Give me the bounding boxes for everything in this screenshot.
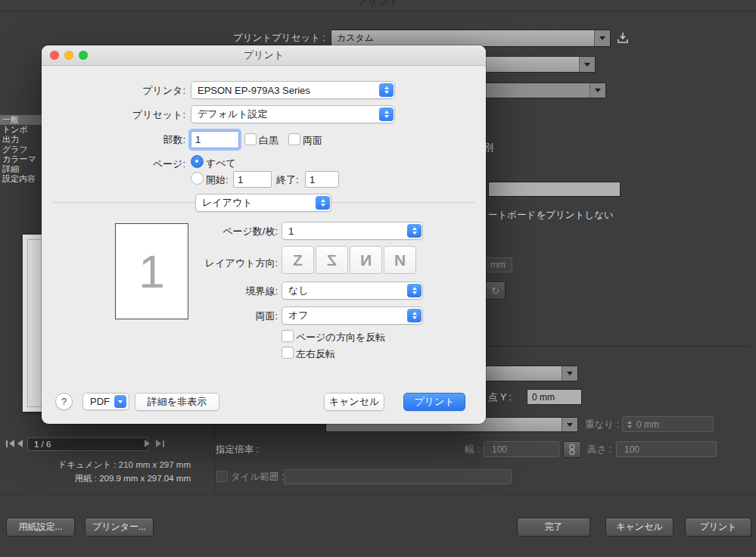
preset-label: プリセット:	[42, 108, 185, 122]
unit-mm-field: mm	[485, 257, 512, 272]
black-white-checkbox[interactable]	[244, 133, 257, 145]
link-icon	[563, 441, 581, 458]
next-page-button[interactable]	[145, 437, 150, 450]
copies-input[interactable]	[191, 131, 239, 148]
all-pages-radio[interactable]	[191, 155, 204, 168]
border-value: なし	[282, 284, 407, 297]
tile-range-field	[284, 469, 512, 484]
n-layout-icon: N	[394, 251, 406, 269]
tile-range-checkbox	[216, 471, 228, 482]
s-layout-icon: Z	[327, 251, 337, 269]
pages-per-sheet-value: 1	[282, 226, 407, 237]
reverse-orientation-label: ページの方向を反転	[296, 331, 385, 344]
preset-select[interactable]: デフォルト設定	[191, 105, 395, 123]
pages-per-sheet-select[interactable]: 1	[282, 222, 423, 240]
printer-label: プリンタ:	[42, 84, 185, 98]
duplex-select[interactable]: オフ	[282, 307, 423, 325]
footer-divider	[0, 494, 756, 495]
tile-range-label: タイル範囲 :	[231, 471, 284, 484]
black-white-label: 白黒	[259, 134, 278, 148]
print-button[interactable]: プリント	[403, 393, 465, 411]
done-button[interactable]: 完了	[517, 518, 590, 537]
printer-setup-button[interactable]: プリンター...	[85, 518, 154, 537]
chevron-down-icon	[114, 395, 126, 408]
orientation-button: ↻	[485, 282, 506, 300]
cancel-button[interactable]: キャンセル	[324, 393, 384, 411]
from-label: 開始:	[206, 173, 229, 187]
stepper-icon	[627, 421, 632, 428]
flip-horizontal-checkbox[interactable]	[282, 347, 294, 359]
layout-direction-z-button[interactable]: Z	[282, 246, 314, 274]
from-page-input[interactable]	[233, 171, 272, 188]
reverse-orientation-checkbox[interactable]	[282, 330, 294, 342]
preset-value: デフォルト設定	[191, 107, 379, 121]
close-icon[interactable]	[50, 51, 59, 60]
print-preset-value: カスタム	[331, 30, 594, 46]
page-indicator-field[interactable]: 1 / 6	[27, 437, 148, 451]
stepper-icon	[407, 224, 422, 238]
page-range-radio[interactable]	[191, 172, 204, 185]
dialog-titlebar[interactable]: プリント	[42, 45, 486, 66]
print-preset-label: プリントプリセット :	[174, 32, 325, 45]
to-page-input[interactable]	[305, 171, 339, 188]
help-button[interactable]: ?	[55, 393, 73, 410]
printer-select[interactable]: EPSON EP-979A3 Series	[191, 81, 395, 99]
to-label: 終了:	[276, 173, 299, 187]
border-label: 境界線:	[126, 285, 278, 298]
previous-page-button[interactable]	[17, 437, 23, 450]
width-field: 100	[484, 441, 559, 457]
layout-direction-label: レイアウト方向:	[126, 257, 278, 270]
overlap-field: 0 mm	[622, 416, 714, 432]
chevron-down-icon	[562, 418, 577, 431]
height-field: 100	[616, 441, 717, 457]
overlap-label: 重なり :	[585, 419, 619, 431]
two-sided-checkbox-label: 両面	[303, 134, 322, 148]
pages-range-field-bg[interactable]	[488, 182, 621, 197]
reverse-n-layout-icon: N	[360, 251, 372, 269]
printer-value: EPSON EP-979A3 Series	[191, 85, 379, 96]
layout-direction-n-button[interactable]: N	[384, 246, 416, 274]
border-select[interactable]: なし	[282, 282, 423, 300]
chevron-down-icon	[579, 57, 595, 72]
previous-page-icon	[17, 440, 23, 447]
chevron-down-icon	[594, 30, 610, 46]
hide-details-button[interactable]: 詳細を非表示	[135, 393, 219, 411]
stepper-icon	[407, 284, 422, 297]
first-page-icon	[9, 440, 14, 447]
print-button-bg[interactable]: プリント	[685, 518, 751, 537]
minimize-icon[interactable]	[64, 51, 73, 60]
pdf-label: PDF	[83, 396, 114, 407]
pages-label: ページ:	[42, 157, 185, 171]
z-layout-icon: Z	[293, 251, 303, 269]
first-page-button[interactable]	[6, 437, 14, 450]
stepper-icon	[316, 196, 330, 210]
paper-size-info: 用紙 : 209.9 mm x 297.04 mm	[3, 473, 191, 484]
save-preset-icon[interactable]	[616, 31, 630, 45]
width-label: 幅 :	[419, 443, 480, 456]
macos-print-dialog: プリント プリンタ: EPSON EP-979A3 Series プリセット: …	[42, 45, 486, 424]
top-divider	[0, 11, 756, 11]
layout-direction-s-button[interactable]: Z	[316, 246, 348, 274]
origin-y-label: 点 Y :	[488, 391, 512, 404]
last-page-icon	[156, 440, 161, 447]
two-sided-checkbox[interactable]	[288, 133, 300, 145]
dialog-title: プリント	[42, 45, 486, 65]
copies-label: 部数:	[42, 133, 185, 147]
duplex-value: オフ	[282, 309, 407, 322]
scale-label: 指定倍率 :	[216, 443, 259, 456]
window-controls	[50, 51, 88, 60]
origin-y-field[interactable]: 0 mm	[527, 389, 582, 405]
stepper-icon	[407, 309, 422, 322]
print-preset-select[interactable]: カスタム	[331, 30, 611, 47]
app-window-title: プリント	[0, 0, 756, 8]
last-page-button[interactable]	[156, 437, 164, 450]
paper-setup-button[interactable]: 用紙設定...	[6, 518, 75, 537]
cancel-button-bg[interactable]: キャンセル	[605, 518, 674, 537]
panel-select[interactable]: レイアウト	[195, 194, 331, 212]
zoom-icon[interactable]	[79, 51, 88, 60]
layout-direction-reverse-n-button[interactable]: N	[350, 246, 382, 274]
pdf-menu-button[interactable]: PDF	[82, 393, 129, 410]
stepper-icon	[379, 83, 394, 97]
panel-value: レイアウト	[196, 196, 316, 210]
screen: プリント プリントプリセット : カスタム 一般 トンボ 出力 グラフ カラーマ…	[0, 0, 756, 557]
